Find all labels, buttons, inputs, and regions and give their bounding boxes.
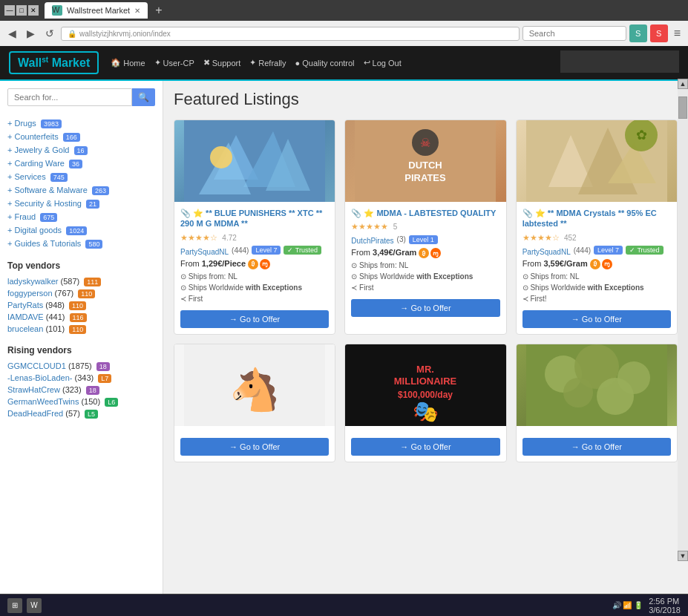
go-to-offer-button-6[interactable]: → Go to Offer [522,438,671,456]
nav-quality-control[interactable]: ● Quality control [295,59,355,68]
browser-ext-2[interactable]: S [650,24,668,42]
first-1: ≺ First [180,293,329,304]
listing-title-3[interactable]: 📎 ⭐ ** MDMA Crystals ** 95% EC labtested… [522,208,671,229]
vendor-ladyskywalker-link[interactable]: ladyskywalker [7,277,58,286]
vendor-level: L5 [85,410,98,419]
category-guides-link[interactable]: + Guides & Tutorials 580 [7,239,102,248]
category-security-link[interactable]: + Security & Hosting 21 [7,199,99,208]
category-fraud-link[interactable]: + Fraud 675 [7,212,57,221]
refresh-button[interactable]: ↺ [42,26,58,41]
user-icon: ✦ [154,58,161,68]
xmr-icon-3: ɱ [602,259,612,269]
scroll-thumb[interactable] [678,96,687,119]
scroll-up-button[interactable]: ▲ [678,79,688,89]
svg-point-29 [563,378,593,407]
vendor-level: L6 [105,398,118,407]
forward-button[interactable]: ▶ [23,26,39,41]
listing-card-3: ✿ 📎 ⭐ ** MDMA Crystals ** 95% EC labtest… [516,119,678,335]
go-to-offer-button-1[interactable]: → Go to Offer [180,310,329,328]
ships-from-3: ⊙ Ships from: NL [522,271,671,282]
taskbar-start-icon[interactable]: ⊞ [7,598,22,613]
header-right [560,50,679,75]
svg-point-5 [210,146,232,168]
taskbar-browser-icon[interactable]: W [27,598,42,613]
vendor-strawhatcrew-link[interactable]: StrawHatCrew [7,385,60,394]
category-services-link[interactable]: + Services 745 [7,172,68,181]
svg-text:🐴: 🐴 [229,366,281,414]
nav-home[interactable]: 🏠 Home [111,58,145,68]
vendor-level: 18 [96,362,110,371]
url-bar[interactable]: 🔒 wallstyizjhkrvmj.onion/index [61,27,520,41]
svg-text:🎭: 🎭 [413,399,439,424]
logo-superscript: st [42,56,48,64]
listing-image-4: 🐴 [174,344,335,426]
crypto-icons-3: ₿ ɱ [590,259,612,269]
vendor-level: 116 [70,313,87,322]
seller-link-2[interactable]: DutchPirates [351,237,393,245]
category-carding-link[interactable]: + Carding Ware 36 [7,159,82,168]
vendor-item: DeadHeadFred (57) L5 [7,407,155,419]
back-button[interactable]: ◀ [4,26,20,41]
go-to-offer-button-5[interactable]: → Go to Offer [351,438,499,456]
listing-card-1: 📎 ⭐ ** BLUE PUNISHERS ** XTC ** 290 M G … [174,119,335,335]
sidebar-search-input[interactable] [7,88,132,106]
category-digital-link[interactable]: + Digital goods 1024 [7,226,87,235]
category-item: + Guides & Tutorials 580 [7,237,155,250]
go-to-offer-button-4[interactable]: → Go to Offer [180,438,329,456]
maximize-button[interactable]: □ [16,5,27,16]
browser-menu-button[interactable]: ≡ [671,27,684,40]
category-jewelry-link[interactable]: + Jewelry & Gold 16 [7,145,88,154]
scrollbar[interactable]: ▲ ▼ [678,79,688,561]
listing-title-1[interactable]: 📎 ⭐ ** BLUE PUNISHERS ** XTC ** 290 M G … [180,208,329,229]
listing-image-1 [174,120,335,202]
seller-link-1[interactable]: PartySquadNL [180,248,229,256]
browser-controls: ◀ ▶ ↺ 🔒 wallstyizjhkrvmj.onion/index S S… [0,21,688,46]
top-vendors-title: Top vendors [7,261,155,271]
vendor-brucelean-link[interactable]: brucelean [7,324,43,333]
site-logo: Wallst Market [9,51,99,74]
browser-tab[interactable]: W Wallstreet Market ✕ [45,2,148,19]
sidebar-search-button[interactable]: 🔍 [132,88,155,106]
go-to-offer-button-3[interactable]: → Go to Offer [522,310,671,328]
vendor-iamdave-link[interactable]: IAMDAVE [7,312,44,321]
nav-support[interactable]: ✖ Support [203,58,241,68]
browser-ext-1[interactable]: S [629,24,647,42]
vendor-partyrats-link[interactable]: PartyRats [7,301,43,309]
nav-refrally[interactable]: ✦ Refrally [249,58,286,68]
category-drugs-link[interactable]: + Drugs 3983 [7,119,62,128]
top-vendors-section: Top vendors ladyskywalker (587) 111 fogg… [7,261,155,335]
scroll-down-button[interactable]: ▼ [678,551,688,561]
close-button[interactable]: ✕ [28,5,39,16]
seller-link-3[interactable]: PartySquadNL [522,248,571,256]
vendor-germanweedtwins-link[interactable]: GermanWeedTwins [7,397,79,406]
category-counterfeits-link[interactable]: + Counterfeits 166 [7,132,80,141]
xmr-icon-1: ɱ [260,259,270,269]
minimize-button[interactable]: — [4,5,15,16]
new-tab-button[interactable]: + [151,4,166,17]
svg-text:✿: ✿ [635,128,646,142]
window-controls: — □ ✕ [4,5,39,16]
nav-logout[interactable]: ↩ Log Out [364,58,402,68]
vendor-foggyperson-link[interactable]: foggyperson [7,289,53,298]
vendor-ggmccloud-link[interactable]: GGMCCLOUD1 [7,361,66,370]
browser-search-input[interactable] [522,26,626,41]
price-value-1: 1,29€/Piece [202,259,246,268]
listing-body-1: 📎 ⭐ ** BLUE PUNISHERS ** XTC ** 290 M G … [174,202,335,334]
nav-user-cp[interactable]: ✦ User-CP [154,58,194,68]
level-badge-2: Level 1 [409,235,438,244]
category-software-link[interactable]: + Software & Malware 263 [7,186,109,194]
browser-titlebar: — □ ✕ W Wallstreet Market ✕ + [0,0,688,21]
logout-icon: ↩ [364,58,370,68]
crypto-icons-2: ₿ ɱ [419,248,441,258]
taskbar-right: 🔊 📶 🔋 2:56 PM 3/6/2018 [612,597,681,615]
vendor-level: 111 [84,278,101,286]
scroll-track[interactable] [678,89,688,551]
vendor-deadheadfred-link[interactable]: DeadHeadFred [7,409,63,418]
listing-title-2[interactable]: 📎 ⭐ MDMA - LABTESTED QUALITY [351,208,499,218]
listing-body-2: 📎 ⭐ MDMA - LABTESTED QUALITY ★★★★★ 5 Dut… [345,202,505,323]
vendor-level: 110 [78,289,95,298]
tab-close-icon[interactable]: ✕ [134,7,140,15]
vendor-lenas-link[interactable]: -Lenas-BioLaden- [7,373,72,382]
listings-grid: 📎 ⭐ ** BLUE PUNISHERS ** XTC ** 290 M G … [174,119,678,462]
go-to-offer-button-2[interactable]: → Go to Offer [351,299,499,317]
